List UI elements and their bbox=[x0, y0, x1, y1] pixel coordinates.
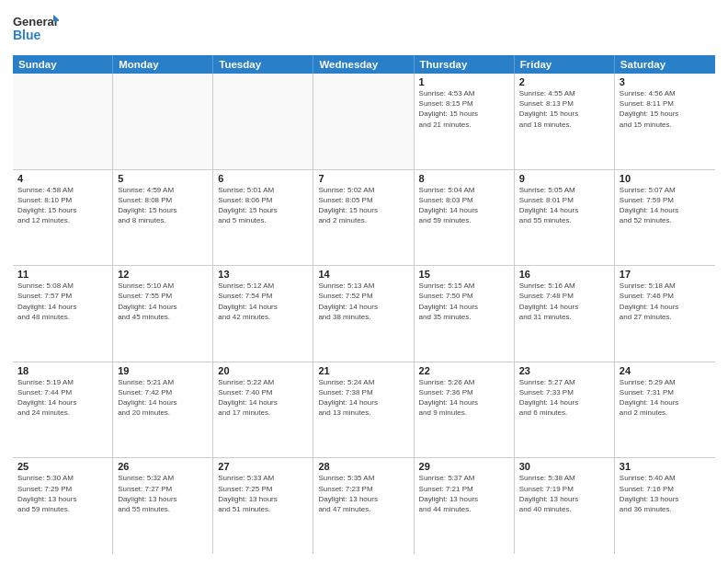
header-cell-thursday: Thursday bbox=[415, 55, 515, 74]
calendar-row-4: 25Sunrise: 5:30 AM Sunset: 7:29 PM Dayli… bbox=[13, 458, 715, 554]
header: General Blue bbox=[13, 9, 715, 48]
day-info-9: Sunrise: 5:05 AM Sunset: 8:01 PM Dayligh… bbox=[519, 185, 609, 226]
logo: General Blue bbox=[13, 9, 59, 48]
day-number-24: 24 bbox=[620, 365, 711, 376]
day-info-26: Sunrise: 5:32 AM Sunset: 7:27 PM Dayligh… bbox=[118, 473, 208, 514]
day-info-21: Sunrise: 5:24 AM Sunset: 7:38 PM Dayligh… bbox=[318, 377, 408, 419]
day-number-23: 23 bbox=[519, 365, 609, 376]
day-info-2: Sunrise: 4:55 AM Sunset: 8:13 PM Dayligh… bbox=[519, 88, 609, 130]
day-number-6: 6 bbox=[218, 173, 308, 184]
cal-cell-1-4: 8Sunrise: 5:04 AM Sunset: 8:03 PM Daylig… bbox=[415, 170, 515, 266]
calendar-row-3: 18Sunrise: 5:19 AM Sunset: 7:44 PM Dayli… bbox=[13, 362, 715, 459]
svg-text:Blue: Blue bbox=[13, 28, 41, 42]
cal-cell-3-2: 20Sunrise: 5:22 AM Sunset: 7:40 PM Dayli… bbox=[213, 362, 313, 458]
cal-cell-2-0: 11Sunrise: 5:08 AM Sunset: 7:57 PM Dayli… bbox=[13, 266, 113, 362]
day-info-6: Sunrise: 5:01 AM Sunset: 8:06 PM Dayligh… bbox=[218, 185, 308, 226]
header-cell-saturday: Saturday bbox=[615, 55, 715, 74]
page: General Blue SundayMondayTuesdayWednesda… bbox=[0, 0, 728, 563]
day-info-18: Sunrise: 5:19 AM Sunset: 7:44 PM Dayligh… bbox=[17, 377, 108, 419]
day-number-12: 12 bbox=[118, 269, 208, 280]
cal-cell-1-6: 10Sunrise: 5:07 AM Sunset: 7:59 PM Dayli… bbox=[615, 170, 715, 266]
day-info-4: Sunrise: 4:58 AM Sunset: 8:10 PM Dayligh… bbox=[17, 185, 108, 226]
day-info-8: Sunrise: 5:04 AM Sunset: 8:03 PM Dayligh… bbox=[419, 185, 509, 226]
cal-cell-4-5: 30Sunrise: 5:38 AM Sunset: 7:19 PM Dayli… bbox=[515, 458, 615, 554]
cal-cell-1-1: 5Sunrise: 4:59 AM Sunset: 8:08 PM Daylig… bbox=[113, 170, 213, 266]
day-info-16: Sunrise: 5:16 AM Sunset: 7:48 PM Dayligh… bbox=[519, 281, 609, 322]
day-number-29: 29 bbox=[419, 461, 509, 472]
cal-cell-3-6: 24Sunrise: 5:29 AM Sunset: 7:31 PM Dayli… bbox=[615, 362, 715, 458]
day-number-7: 7 bbox=[318, 173, 408, 184]
cal-cell-0-0 bbox=[13, 74, 113, 169]
day-number-17: 17 bbox=[620, 269, 711, 280]
day-info-25: Sunrise: 5:30 AM Sunset: 7:29 PM Dayligh… bbox=[17, 473, 108, 514]
day-number-10: 10 bbox=[620, 173, 711, 184]
day-number-5: 5 bbox=[118, 173, 208, 184]
header-cell-sunday: Sunday bbox=[13, 55, 113, 74]
day-number-18: 18 bbox=[17, 365, 108, 376]
day-info-1: Sunrise: 4:53 AM Sunset: 8:15 PM Dayligh… bbox=[419, 88, 509, 130]
day-number-28: 28 bbox=[318, 461, 408, 472]
day-number-20: 20 bbox=[218, 365, 308, 376]
calendar: SundayMondayTuesdayWednesdayThursdayFrid… bbox=[13, 55, 715, 554]
day-info-5: Sunrise: 4:59 AM Sunset: 8:08 PM Dayligh… bbox=[118, 185, 208, 226]
cal-cell-2-2: 13Sunrise: 5:12 AM Sunset: 7:54 PM Dayli… bbox=[213, 266, 313, 362]
day-info-23: Sunrise: 5:27 AM Sunset: 7:33 PM Dayligh… bbox=[519, 377, 609, 419]
day-info-7: Sunrise: 5:02 AM Sunset: 8:05 PM Dayligh… bbox=[318, 185, 408, 226]
cal-cell-4-2: 27Sunrise: 5:33 AM Sunset: 7:25 PM Dayli… bbox=[213, 458, 313, 554]
cal-cell-4-0: 25Sunrise: 5:30 AM Sunset: 7:29 PM Dayli… bbox=[13, 458, 113, 554]
header-cell-monday: Monday bbox=[113, 55, 213, 74]
cal-cell-0-1 bbox=[113, 74, 213, 169]
header-cell-tuesday: Tuesday bbox=[213, 55, 313, 74]
header-cell-wednesday: Wednesday bbox=[313, 55, 414, 74]
day-number-21: 21 bbox=[318, 365, 408, 376]
day-info-11: Sunrise: 5:08 AM Sunset: 7:57 PM Dayligh… bbox=[17, 281, 108, 322]
cal-cell-3-4: 22Sunrise: 5:26 AM Sunset: 7:36 PM Dayli… bbox=[415, 362, 515, 458]
day-number-26: 26 bbox=[118, 461, 208, 472]
calendar-header: SundayMondayTuesdayWednesdayThursdayFrid… bbox=[13, 55, 715, 74]
day-info-14: Sunrise: 5:13 AM Sunset: 7:52 PM Dayligh… bbox=[318, 281, 408, 322]
day-info-24: Sunrise: 5:29 AM Sunset: 7:31 PM Dayligh… bbox=[620, 377, 711, 419]
header-cell-friday: Friday bbox=[515, 55, 615, 74]
calendar-row-0: 1Sunrise: 4:53 AM Sunset: 8:15 PM Daylig… bbox=[13, 74, 715, 170]
logo-icon: General Blue bbox=[13, 9, 59, 48]
cal-cell-4-6: 31Sunrise: 5:40 AM Sunset: 7:16 PM Dayli… bbox=[615, 458, 715, 554]
day-number-11: 11 bbox=[17, 269, 108, 280]
day-info-30: Sunrise: 5:38 AM Sunset: 7:19 PM Dayligh… bbox=[519, 473, 609, 514]
cal-cell-0-5: 2Sunrise: 4:55 AM Sunset: 8:13 PM Daylig… bbox=[515, 74, 615, 169]
cal-cell-2-3: 14Sunrise: 5:13 AM Sunset: 7:52 PM Dayli… bbox=[313, 266, 414, 362]
cal-cell-1-5: 9Sunrise: 5:05 AM Sunset: 8:01 PM Daylig… bbox=[515, 170, 615, 266]
cal-cell-0-4: 1Sunrise: 4:53 AM Sunset: 8:15 PM Daylig… bbox=[415, 74, 515, 169]
day-number-8: 8 bbox=[419, 173, 509, 184]
cal-cell-3-0: 18Sunrise: 5:19 AM Sunset: 7:44 PM Dayli… bbox=[13, 362, 113, 458]
cal-cell-2-4: 15Sunrise: 5:15 AM Sunset: 7:50 PM Dayli… bbox=[415, 266, 515, 362]
day-number-31: 31 bbox=[620, 461, 711, 472]
day-number-14: 14 bbox=[318, 269, 408, 280]
day-number-9: 9 bbox=[519, 173, 609, 184]
cal-cell-1-2: 6Sunrise: 5:01 AM Sunset: 8:06 PM Daylig… bbox=[213, 170, 313, 266]
day-info-28: Sunrise: 5:35 AM Sunset: 7:23 PM Dayligh… bbox=[318, 473, 408, 514]
cal-cell-2-6: 17Sunrise: 5:18 AM Sunset: 7:46 PM Dayli… bbox=[615, 266, 715, 362]
day-info-12: Sunrise: 5:10 AM Sunset: 7:55 PM Dayligh… bbox=[118, 281, 208, 322]
cal-cell-4-1: 26Sunrise: 5:32 AM Sunset: 7:27 PM Dayli… bbox=[113, 458, 213, 554]
cal-cell-2-5: 16Sunrise: 5:16 AM Sunset: 7:48 PM Dayli… bbox=[515, 266, 615, 362]
cal-cell-4-3: 28Sunrise: 5:35 AM Sunset: 7:23 PM Dayli… bbox=[313, 458, 414, 554]
day-info-13: Sunrise: 5:12 AM Sunset: 7:54 PM Dayligh… bbox=[218, 281, 308, 322]
day-info-29: Sunrise: 5:37 AM Sunset: 7:21 PM Dayligh… bbox=[419, 473, 509, 514]
day-info-17: Sunrise: 5:18 AM Sunset: 7:46 PM Dayligh… bbox=[620, 281, 711, 322]
day-info-19: Sunrise: 5:21 AM Sunset: 7:42 PM Dayligh… bbox=[118, 377, 208, 419]
day-number-15: 15 bbox=[419, 269, 509, 280]
svg-text:General: General bbox=[13, 15, 57, 29]
day-number-3: 3 bbox=[620, 76, 711, 87]
day-number-1: 1 bbox=[419, 76, 509, 87]
cal-cell-3-3: 21Sunrise: 5:24 AM Sunset: 7:38 PM Dayli… bbox=[313, 362, 414, 458]
cal-cell-3-5: 23Sunrise: 5:27 AM Sunset: 7:33 PM Dayli… bbox=[515, 362, 615, 458]
day-number-16: 16 bbox=[519, 269, 609, 280]
cal-cell-4-4: 29Sunrise: 5:37 AM Sunset: 7:21 PM Dayli… bbox=[415, 458, 515, 554]
cal-cell-0-6: 3Sunrise: 4:56 AM Sunset: 8:11 PM Daylig… bbox=[615, 74, 715, 169]
day-number-19: 19 bbox=[118, 365, 208, 376]
cal-cell-0-2 bbox=[213, 74, 313, 169]
day-info-3: Sunrise: 4:56 AM Sunset: 8:11 PM Dayligh… bbox=[620, 88, 711, 130]
day-info-10: Sunrise: 5:07 AM Sunset: 7:59 PM Dayligh… bbox=[620, 185, 711, 226]
day-number-30: 30 bbox=[519, 461, 609, 472]
cal-cell-1-0: 4Sunrise: 4:58 AM Sunset: 8:10 PM Daylig… bbox=[13, 170, 113, 266]
